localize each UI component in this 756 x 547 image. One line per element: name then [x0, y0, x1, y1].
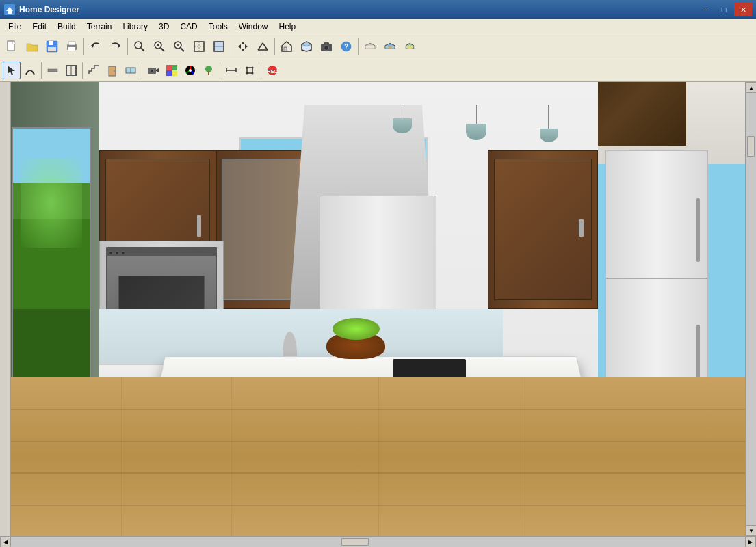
- svg-line-31: [258, 43, 263, 50]
- camera-view-button[interactable]: [144, 62, 162, 79]
- svg-rect-57: [172, 70, 177, 76]
- dimension-button[interactable]: [222, 62, 240, 79]
- plant-button[interactable]: [200, 62, 218, 79]
- svg-marker-11: [91, 44, 94, 48]
- pan-button[interactable]: [233, 37, 252, 56]
- svg-rect-10: [68, 42, 75, 45]
- wall-button[interactable]: [44, 62, 62, 79]
- svg-point-53: [151, 69, 154, 72]
- window-title: Home Designer: [19, 5, 79, 14]
- perspective-button[interactable]: [253, 37, 272, 56]
- save-button[interactable]: [42, 37, 62, 56]
- room-button[interactable]: [62, 62, 80, 79]
- menu-item-file[interactable]: File: [3, 20, 27, 34]
- house-3d-button[interactable]: [297, 37, 316, 56]
- floor-plan-button[interactable]: [361, 37, 380, 56]
- cabinet-handle: [197, 215, 201, 237]
- house-exterior-button[interactable]: [380, 37, 400, 56]
- floor-grain-3: [378, 377, 379, 536]
- redo-button[interactable]: [106, 37, 125, 56]
- svg-rect-37: [324, 42, 329, 44]
- floor-grain-2: [231, 377, 232, 536]
- house-full-button[interactable]: [400, 37, 419, 56]
- svg-marker-12: [118, 44, 120, 48]
- zoom-magnifier-button[interactable]: [130, 37, 149, 56]
- zoom-in-button[interactable]: [150, 37, 169, 56]
- floor-grain-1: [121, 377, 122, 536]
- svg-rect-55: [172, 65, 177, 70]
- menu-item-edit[interactable]: Edit: [27, 20, 52, 34]
- scroll-track-vertical[interactable]: [746, 93, 756, 525]
- pendant-light-1: [393, 105, 412, 133]
- zoom-out-button[interactable]: [170, 37, 189, 56]
- toolbar2: REC: [0, 59, 756, 82]
- transform-button[interactable]: [241, 62, 259, 79]
- tree-highlight: [21, 158, 82, 248]
- separator: [142, 62, 142, 79]
- new-button[interactable]: [3, 37, 22, 56]
- house-2d-button[interactable]: [277, 37, 296, 56]
- upper-cabinet-right: [488, 150, 598, 309]
- maximize-button[interactable]: □: [715, 3, 733, 16]
- scroll-up-button[interactable]: ▲: [746, 82, 756, 93]
- cabinet-door-right: [494, 159, 592, 300]
- window-button[interactable]: [122, 62, 140, 79]
- stair-button[interactable]: [85, 62, 103, 79]
- window-controls: − □ ✕: [696, 3, 752, 16]
- canvas-area[interactable]: VIKING: [11, 82, 745, 536]
- svg-rect-44: [48, 69, 57, 72]
- pendant-shade-3: [540, 129, 558, 142]
- scroll-thumb-vertical[interactable]: [747, 136, 755, 157]
- separator: [82, 62, 83, 79]
- menu-item-tools[interactable]: Tools: [203, 20, 233, 34]
- menu-item-build[interactable]: Build: [52, 20, 81, 34]
- menu-item-terrain[interactable]: Terrain: [81, 20, 118, 34]
- undo-button[interactable]: [86, 37, 105, 56]
- scroll-left-button[interactable]: ◀: [0, 537, 11, 548]
- minimize-button[interactable]: −: [696, 3, 714, 16]
- draw-arc-button[interactable]: [21, 62, 39, 79]
- toolbar1: ?: [0, 34, 756, 59]
- fill-window-button[interactable]: [209, 37, 229, 56]
- color-palette-button[interactable]: [181, 62, 199, 79]
- record-button[interactable]: REC: [263, 62, 281, 79]
- svg-text:?: ?: [344, 43, 348, 51]
- scroll-down-button[interactable]: ▼: [746, 525, 756, 536]
- fruit-bowl: [326, 332, 385, 359]
- floor-grain-4: [525, 377, 525, 536]
- separator: [83, 38, 84, 55]
- separator: [274, 38, 275, 55]
- scroll-thumb-horizontal[interactable]: [341, 538, 369, 546]
- zoom-window-button[interactable]: [190, 37, 209, 56]
- menu-item-library[interactable]: Library: [117, 20, 153, 34]
- help-button[interactable]: ?: [337, 37, 356, 56]
- scroll-right-button[interactable]: ▶: [745, 537, 756, 548]
- door-button[interactable]: [103, 62, 121, 79]
- close-button[interactable]: ✕: [734, 3, 752, 16]
- svg-rect-6: [49, 41, 53, 45]
- print-button[interactable]: [62, 37, 81, 56]
- svg-point-48: [114, 70, 115, 72]
- separator: [127, 38, 128, 55]
- upper-cabinet-glass: [216, 150, 304, 309]
- scroll-track-horizontal[interactable]: [11, 537, 745, 547]
- pendant-light-2: [466, 105, 486, 140]
- pendant-shade-1: [393, 118, 412, 133]
- menu-item-help[interactable]: Help: [273, 20, 301, 34]
- svg-point-13: [135, 42, 142, 49]
- svg-marker-28: [241, 49, 245, 51]
- menu-item-3d[interactable]: 3D: [153, 20, 174, 34]
- svg-rect-22: [194, 42, 204, 51]
- camera-button[interactable]: [317, 37, 336, 56]
- menu-item-cad[interactable]: CAD: [174, 20, 203, 34]
- svg-point-67: [246, 67, 248, 69]
- material-button[interactable]: [163, 62, 181, 79]
- open-button[interactable]: [23, 37, 42, 56]
- select-button[interactable]: [3, 62, 21, 79]
- svg-line-16: [161, 48, 164, 51]
- menu-item-window[interactable]: Window: [233, 20, 274, 34]
- svg-point-69: [246, 72, 248, 75]
- pendant-cord-2: [476, 105, 477, 124]
- svg-line-14: [141, 48, 144, 51]
- svg-rect-9: [68, 47, 75, 51]
